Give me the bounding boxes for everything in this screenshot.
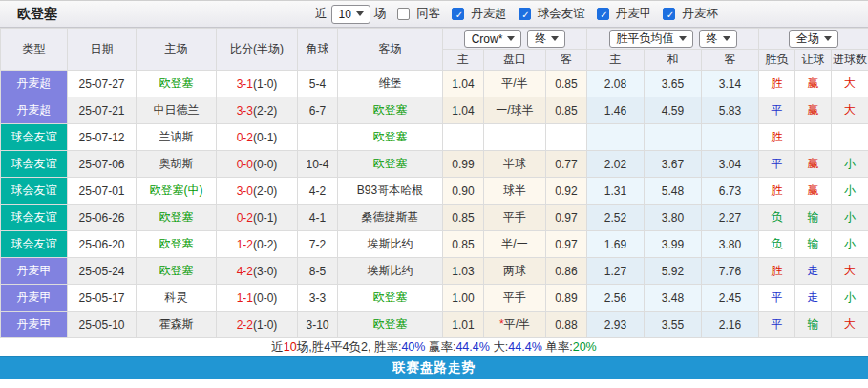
cell-avg-away: 3.04 [702, 151, 759, 178]
same-away-label: 同客 [416, 6, 440, 22]
cell-corners: 4-2 [298, 178, 338, 205]
cell-handicap: *平/半 [484, 312, 546, 338]
subheader-outcome: 胜负 [759, 50, 795, 71]
cell-avg-draw: 3.48 [645, 285, 702, 312]
cell-score: 0-2(0-1) [217, 205, 298, 231]
same-away-checkbox[interactable] [397, 8, 410, 20]
cell-date: 25-07-21 [68, 97, 137, 124]
league-filter-checkbox-danish-cup[interactable] [663, 8, 675, 20]
header-date: 日期 [68, 29, 137, 71]
team-title: 欧登塞 [17, 1, 57, 27]
cell-corners: 6-7 [298, 97, 338, 124]
cell-goals-result: 大 [832, 97, 868, 124]
cell-avg-home: 2.02 [587, 151, 645, 178]
match-row: 球会友谊 25-06-26 欧登塞 0-2(0-1) 4-1 桑德捷斯基 0.8… [1, 205, 868, 231]
cell-outcome: 胜 [759, 178, 795, 205]
chevron-down-icon [824, 36, 832, 41]
league-filter-checkbox-danish-1st[interactable] [597, 8, 609, 20]
cell-home-team: 欧登塞 [137, 258, 217, 285]
cell-date: 25-05-17 [68, 285, 137, 312]
header-type: 类型 [1, 29, 68, 71]
matches-label: 场 [374, 6, 387, 22]
cell-outcome: 胜 [759, 71, 795, 97]
cell-avg-draw: 3.67 [645, 151, 702, 178]
cell-avg-draw: 3.80 [645, 205, 702, 231]
cell-away-odds: 0.77 [546, 151, 587, 178]
odds-company-select[interactable]: Crow* [464, 30, 522, 48]
league-filter-checkbox-danish-superliga[interactable] [452, 8, 464, 20]
league-filter-checkbox-club-friendly[interactable] [519, 8, 531, 20]
cell-goals-result: 大 [832, 312, 868, 338]
league-handicap-trend-bar[interactable]: 联赛盘路走势 [0, 356, 868, 379]
cell-let-ball-result: 赢 [795, 97, 832, 124]
subheader-handicap: 盘口 [484, 50, 546, 71]
cell-league-type: 丹麦超 [1, 71, 68, 97]
cell-handicap: 平手 [484, 285, 546, 312]
halftime-score: (0-0) [253, 158, 277, 171]
fulltime-score: 0-0 [237, 158, 253, 171]
cell-avg-away: 2.45 [702, 285, 759, 312]
subheader-avg-away: 客 [702, 50, 759, 71]
cell-away-team: 欧登塞 [338, 151, 443, 178]
cell-avg-away: 3.14 [702, 71, 759, 97]
cell-home-team: 欧登塞 [137, 71, 217, 97]
fulltime-score: 1-1 [237, 291, 253, 305]
cell-corners: 5-4 [298, 71, 338, 97]
cell-home-team: 霍森斯 [137, 312, 217, 338]
cell-outcome: 平 [759, 151, 795, 178]
cell-score: 2-2(1-0) [217, 312, 298, 338]
cell-league-type: 丹麦超 [1, 97, 68, 124]
cell-score: 1-1(0-0) [217, 285, 298, 312]
subheader-avg-draw: 和 [645, 50, 702, 71]
cell-avg-draw: 5.48 [645, 178, 702, 205]
cell-home-odds: 0.85 [443, 205, 484, 231]
cell-let-ball-result: 输 [795, 205, 832, 231]
summary-value: 40% [401, 340, 425, 354]
average-time-select[interactable]: 终 [699, 30, 737, 48]
cell-league-type: 球会友谊 [1, 231, 68, 258]
cell-handicap: 平手 [484, 205, 546, 231]
scope-select[interactable]: 全场 [789, 30, 838, 48]
cell-avg-draw: 5.92 [645, 258, 702, 285]
fulltime-score: 0-2 [237, 131, 253, 144]
header-away: 客场 [338, 29, 443, 71]
cell-away-team: 欧登塞 [338, 124, 443, 151]
cell-handicap: 半球 [484, 151, 546, 178]
subheader-odds-away: 客 [546, 50, 587, 71]
average-type-select[interactable]: 胜平负均值 [609, 30, 693, 48]
summary-text: 大: [490, 340, 508, 354]
cell-away-odds: 0.97 [546, 231, 587, 258]
cell-handicap: 一/球半 [484, 97, 546, 124]
cell-avg-home: 2.08 [587, 71, 645, 97]
cell-league-type: 球会友谊 [1, 205, 68, 231]
cell-home-odds: 1.04 [443, 97, 484, 124]
chevron-down-icon [551, 36, 559, 41]
cell-let-ball-result: 走 [795, 258, 832, 285]
summary-value: 44.4% [455, 340, 489, 354]
cell-date: 25-07-12 [68, 124, 137, 151]
cell-score: 0-0(0-0) [217, 151, 298, 178]
fulltime-score: 3-3 [237, 104, 253, 118]
match-row: 丹麦甲 25-05-17 科灵 1-1(0-0) 3-3 欧登塞 1.00 平手… [1, 285, 868, 312]
cell-outcome: 负 [759, 205, 795, 231]
cell-away-odds: 0.85 [546, 71, 587, 97]
recent-count-select[interactable]: 10 [331, 5, 370, 24]
cell-league-type: 丹麦甲 [1, 258, 68, 285]
cell-avg-draw [645, 124, 702, 151]
cell-let-ball-result: 赢 [795, 178, 832, 205]
cell-corners: 4-1 [298, 205, 338, 231]
cell-handicap: 两球 [484, 258, 546, 285]
cell-avg-home: 2.93 [587, 312, 645, 338]
cell-handicap: 球半 [484, 178, 546, 205]
cell-date: 25-05-10 [68, 312, 137, 338]
cell-goals-result: 小 [832, 285, 868, 312]
halftime-score: (0-1) [253, 131, 277, 144]
cell-home-team: 欧登塞 [137, 205, 217, 231]
cell-home-odds: 1.04 [443, 71, 484, 97]
odds-time-select[interactable]: 终 [527, 30, 565, 48]
cell-corners: 7-2 [298, 231, 338, 258]
handicap-value: 球半 [503, 183, 526, 197]
cell-handicap [484, 124, 546, 151]
cell-corners: 3-3 [298, 285, 338, 312]
cell-away-team: 欧登塞 [338, 285, 443, 312]
